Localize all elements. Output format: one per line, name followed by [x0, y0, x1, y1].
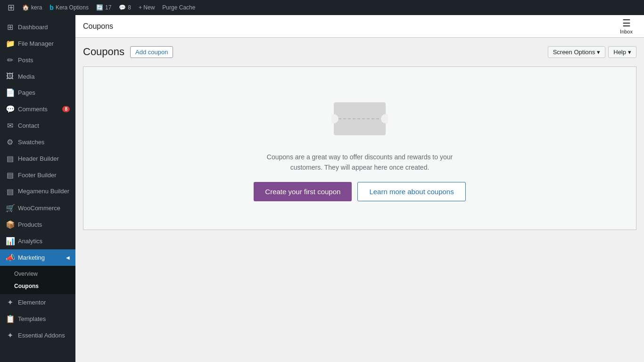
adminbar-new[interactable]: + New	[135, 0, 158, 15]
comments-icon: 💬	[6, 105, 14, 114]
sidebar-item-header-builder[interactable]: ▤ Header Builder	[0, 150, 75, 167]
sidebar-item-marketing[interactable]: 📣 Marketing ◀	[0, 249, 75, 266]
sidebar-item-label: Swatches	[18, 139, 44, 146]
analytics-icon: 📊	[6, 237, 14, 246]
main-content: Coupons ☰ Inbox Coupons Add coupon Scree…	[75, 15, 644, 362]
sidebar-item-label: Comments	[18, 106, 48, 113]
adminbar-home[interactable]: 🏠 kera	[18, 0, 46, 15]
help-label: Help	[613, 49, 626, 56]
adminbar-comments-count: 8	[128, 4, 131, 11]
sidebar-item-label: Dashboard	[18, 24, 48, 31]
sidebar-item-label: WooCommerce	[18, 205, 60, 212]
products-icon: 📦	[6, 220, 14, 229]
sidebar-item-essential-addons[interactable]: ✦ Essential Addons	[0, 327, 75, 344]
sidebar-item-label: Templates	[18, 315, 46, 322]
sidebar-item-label: Products	[18, 221, 42, 228]
inbox-label: Inbox	[620, 29, 633, 34]
sidebar-item-label: Pages	[18, 89, 35, 96]
sidebar-item-contact[interactable]: ✉ Contact	[0, 117, 75, 134]
coupon-illustration	[331, 95, 388, 142]
marketing-arrow: ◀	[66, 255, 70, 260]
sidebar-item-label: Contact	[18, 122, 39, 129]
content-area: Coupons Add coupon Screen Options ▾ Help…	[75, 38, 644, 362]
adminbar-purge-cache-label: Purge Cache	[162, 4, 195, 11]
sidebar-item-label: Elementor	[18, 299, 46, 306]
sidebar-item-footer-builder[interactable]: ▤ Footer Builder	[0, 167, 75, 183]
content-header-title: Coupons	[83, 22, 113, 31]
empty-state-actions: Create your first coupon Learn more abou…	[254, 182, 465, 201]
adminbar-wp-logo[interactable]: ⊞	[4, 0, 18, 15]
adminbar-new-label: + New	[139, 4, 155, 11]
swatches-icon: ⚙	[6, 138, 14, 147]
sidebar-item-label: Analytics	[18, 238, 42, 245]
marketing-icon: 📣	[6, 253, 14, 262]
page-header-left: Coupons Add coupon	[83, 45, 173, 59]
templates-icon: 📋	[6, 314, 14, 323]
sidebar-item-label: Megamenu Builder	[18, 188, 69, 196]
sidebar-item-label: Essential Addons	[18, 332, 65, 339]
adminbar-kera-options[interactable]: b Kera Options	[46, 0, 92, 15]
sidebar-item-woocommerce[interactable]: 🛒 WooCommerce	[0, 200, 75, 216]
screen-options-arrow: ▾	[597, 49, 600, 56]
adminbar-site-name: kera	[31, 4, 42, 11]
screen-options-label: Screen Options	[553, 49, 595, 56]
adminbar-comments[interactable]: 💬 8	[115, 0, 135, 15]
file-manager-icon: 📁	[6, 39, 14, 48]
help-button[interactable]: Help ▾	[608, 46, 636, 58]
header-builder-icon: ▤	[6, 154, 14, 163]
woocommerce-icon: 🛒	[6, 204, 14, 213]
adminbar-updates[interactable]: 🔄 17	[92, 0, 115, 15]
inbox-button[interactable]: ☰ Inbox	[616, 16, 636, 36]
comments-badge: 8	[62, 106, 70, 112]
posts-icon: ✏	[6, 56, 14, 65]
pages-icon: 📄	[6, 88, 14, 97]
learn-more-coupons-button[interactable]: Learn more about coupons	[357, 182, 465, 201]
content-header-right: ☰ Inbox	[616, 16, 636, 36]
sidebar-item-label: File Manager	[18, 40, 54, 47]
sidebar-item-megamenu-builder[interactable]: ▤ Megamenu Builder	[0, 183, 75, 200]
adminbar-updates-count: 17	[105, 4, 111, 11]
inbox-icon: ☰	[622, 18, 631, 28]
sidebar-item-pages[interactable]: 📄 Pages	[0, 84, 75, 101]
sidebar-item-media[interactable]: 🖼 Media	[0, 68, 75, 84]
sidebar-item-label: Header Builder	[18, 155, 59, 162]
empty-state-description: Coupons are a great way to offer discoun…	[256, 152, 463, 173]
contact-icon: ✉	[6, 121, 14, 130]
sidebar-item-comments[interactable]: 💬 Comments 8	[0, 101, 75, 117]
submenu-coupons[interactable]: Coupons	[0, 280, 75, 292]
essential-addons-icon: ✦	[6, 331, 14, 340]
adminbar-purge-cache[interactable]: Purge Cache	[158, 0, 199, 15]
empty-state: Coupons are a great way to offer discoun…	[83, 66, 636, 230]
create-first-coupon-button[interactable]: Create your first coupon	[254, 182, 352, 201]
sidebar-item-label: Footer Builder	[18, 172, 57, 179]
elementor-icon: ✦	[6, 298, 14, 307]
megamenu-icon: ▤	[6, 187, 14, 196]
submenu-overview-label: Overview	[14, 271, 38, 277]
dashboard-icon: ⊞	[6, 23, 14, 32]
sidebar-item-file-manager[interactable]: 📁 File Manager	[0, 35, 75, 52]
sidebar-item-analytics[interactable]: 📊 Analytics	[0, 233, 75, 249]
marketing-submenu: Overview Coupons	[0, 266, 75, 294]
help-arrow: ▾	[628, 49, 631, 56]
page-header-right: Screen Options ▾ Help ▾	[548, 46, 636, 58]
add-coupon-button[interactable]: Add coupon	[130, 46, 173, 58]
sidebar-item-dashboard[interactable]: ⊞ Dashboard	[0, 19, 75, 35]
sidebar: ⊞ Dashboard 📁 File Manager ✏ Posts 🖼 Med…	[0, 15, 75, 362]
submenu-overview[interactable]: Overview	[0, 268, 75, 280]
sidebar-item-label: Marketing	[18, 254, 45, 261]
submenu-coupons-label: Coupons	[14, 283, 39, 289]
sidebar-item-label: Media	[18, 73, 34, 80]
adminbar-kera-options-label: Kera Options	[56, 4, 89, 11]
sidebar-item-label: Posts	[18, 57, 33, 64]
sidebar-item-posts[interactable]: ✏ Posts	[0, 52, 75, 68]
page-title: Coupons	[83, 45, 124, 59]
screen-options-button[interactable]: Screen Options ▾	[548, 46, 606, 58]
sidebar-item-templates[interactable]: 📋 Templates	[0, 311, 75, 327]
sidebar-item-elementor[interactable]: ✦ Elementor	[0, 294, 75, 311]
sidebar-item-products[interactable]: 📦 Products	[0, 216, 75, 233]
sidebar-item-swatches[interactable]: ⚙ Swatches	[0, 134, 75, 150]
page-header: Coupons Add coupon Screen Options ▾ Help…	[83, 45, 636, 59]
media-icon: 🖼	[6, 72, 14, 81]
admin-bar: ⊞ 🏠 kera b Kera Options 🔄 17 💬 8 + New P…	[0, 0, 644, 15]
content-header: Coupons ☰ Inbox	[75, 15, 644, 38]
